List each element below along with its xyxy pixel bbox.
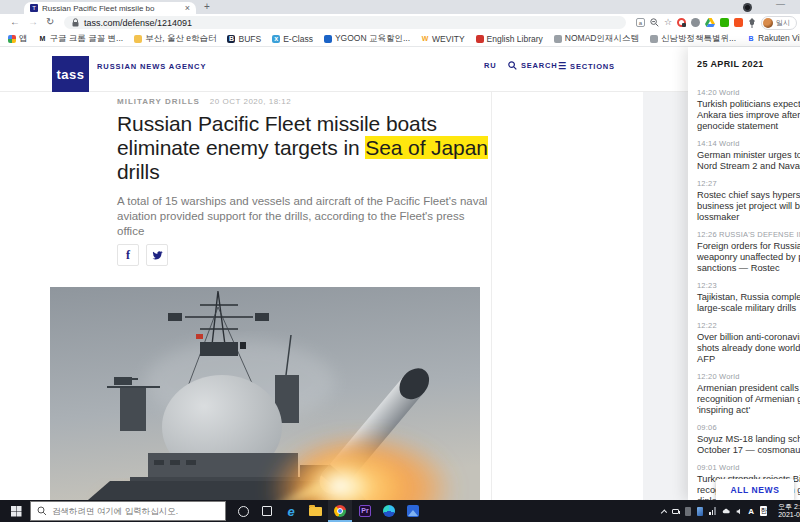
share-buttons: f xyxy=(117,244,168,266)
chrome-icon xyxy=(334,505,346,517)
news-item[interactable]: 12:20 World Armenian president calls Bid… xyxy=(697,372,800,416)
system-tray: A 한 오후 2: 2021-0 xyxy=(662,500,800,522)
browser-tab[interactable]: T Russian Pacific Fleet missile bo × xyxy=(24,2,196,14)
drive-extension-icon[interactable] xyxy=(705,18,715,27)
tab-title: Russian Pacific Fleet missile bo xyxy=(42,4,181,13)
premiere-icon: Pr xyxy=(359,505,371,517)
premiere-pro-button[interactable]: Pr xyxy=(354,500,376,522)
news-item[interactable]: 12:23 Tajikistan, Russia complete joint … xyxy=(697,281,800,314)
start-button[interactable] xyxy=(6,500,26,522)
internet-explorer-button[interactable]: e xyxy=(280,500,302,522)
news-item[interactable]: 12:27 Rostec chief says hypersonic busin… xyxy=(697,179,800,223)
network-icon[interactable] xyxy=(709,507,716,515)
globe-favicon xyxy=(554,35,562,43)
search-icon xyxy=(37,506,47,516)
search-icon xyxy=(508,61,517,70)
avatar xyxy=(763,18,773,28)
taskbar-clock[interactable]: 오후 2: 2021-0 xyxy=(773,503,800,519)
bookmark-favicon: M xyxy=(39,35,47,43)
window-minimize-button[interactable]: — xyxy=(776,0,785,9)
taskbar-search-input[interactable] xyxy=(52,506,219,516)
tass-logo[interactable]: tass xyxy=(52,56,89,92)
sections-button[interactable]: ☰ SECTIONS xyxy=(558,61,615,71)
bookmark-item[interactable]: BBUFS xyxy=(227,34,261,44)
photos-app-button[interactable] xyxy=(402,500,424,522)
bookmark-item[interactable]: WWEVITY xyxy=(421,34,465,44)
new-tab-button[interactable]: + xyxy=(204,1,210,12)
header-search-button[interactable]: SEARCH xyxy=(508,61,557,70)
task-view-icon xyxy=(262,506,272,516)
orange-extension-icon[interactable] xyxy=(734,18,743,27)
taskbar-search-box[interactable] xyxy=(30,501,226,521)
battery-icon[interactable] xyxy=(672,509,679,514)
globe-favicon xyxy=(650,35,658,43)
profile-button[interactable]: 일시 xyxy=(761,16,797,30)
chrome-button[interactable] xyxy=(328,500,352,522)
feed-date-header: 25 APRIL 2021 xyxy=(697,59,800,69)
tab-close-icon[interactable]: × xyxy=(185,3,190,13)
language-toggle[interactable]: RU xyxy=(484,61,496,70)
ime-mode-indicator[interactable]: A xyxy=(748,507,754,516)
hamburger-icon: ☰ xyxy=(558,61,566,71)
adblock-extension-icon[interactable] xyxy=(677,18,686,27)
all-news-button[interactable]: ALL NEWS xyxy=(716,479,794,501)
news-item[interactable]: 12:22 Over billion anti-coronavirus vacc… xyxy=(697,321,800,365)
pinned-extension-icon[interactable] xyxy=(748,18,756,28)
bookmark-item[interactable]: M구글 크롬 글꼴 변... xyxy=(39,33,124,45)
forward-button[interactable]: → xyxy=(28,16,38,27)
news-item[interactable]: 14:14 World German minister urges to dis… xyxy=(697,139,800,172)
bookmark-item[interactable]: NOMAD인재시스템 xyxy=(554,33,639,45)
edge-button[interactable] xyxy=(378,500,400,522)
article-photo xyxy=(50,287,480,500)
bookmark-favicon xyxy=(324,35,332,43)
article-datetime: 20 OCT 2020, 18:12 xyxy=(210,97,291,106)
bookmark-item[interactable]: xE-Class xyxy=(272,34,313,44)
cortana-button[interactable] xyxy=(232,500,254,522)
translate-icon[interactable]: a xyxy=(636,18,645,27)
globe-extension-icon[interactable] xyxy=(691,18,700,27)
bookmark-item[interactable]: 부산, 울산 e학습터 xyxy=(134,33,216,45)
bookmark-item[interactable]: 신남방정책특별위... xyxy=(650,33,736,45)
search-highlight: Sea of Japan xyxy=(365,136,488,159)
record-indicator-icon xyxy=(743,3,752,12)
tray-bluejeans-icon[interactable] xyxy=(697,507,703,516)
hidden-icons-chevron[interactable] xyxy=(661,509,667,515)
onedrive-cloud-icon[interactable] xyxy=(722,507,730,515)
bookmarks-bar: 앱 M구글 크롬 글꼴 변... 부산, 울산 e학습터 BBUFS xE-Cl… xyxy=(0,31,800,47)
tray-app-icon[interactable] xyxy=(685,507,691,516)
tass-favicon: T xyxy=(30,4,38,12)
windows-taskbar: e Pr A 한 오후 2: 2021-0 xyxy=(0,500,800,522)
browser-tab-strip: T Russian Pacific Fleet missile bo × + — xyxy=(0,0,800,14)
address-bar[interactable]: tass.com/defense/1214091 xyxy=(64,16,626,29)
missile-launch-image xyxy=(50,287,480,500)
bookmark-item[interactable]: YGOON 교육할인... xyxy=(324,33,410,45)
bookmark-item[interactable]: BRakuten Viki - 한... xyxy=(747,33,800,45)
news-item[interactable]: 14:20 World Turkish politicians expects … xyxy=(697,88,800,132)
facebook-icon: f xyxy=(126,248,130,263)
agency-label: RUSSIAN NEWS AGENCY xyxy=(97,62,206,71)
back-button[interactable]: ← xyxy=(10,16,20,27)
green-extension-icon[interactable] xyxy=(720,18,729,27)
twitter-share-button[interactable] xyxy=(146,244,168,266)
speaker-icon[interactable] xyxy=(736,507,743,516)
bookmark-favicon: B xyxy=(227,35,235,43)
bookmark-apps[interactable]: 앱 xyxy=(8,33,28,45)
news-item[interactable]: 12:26 RUSSIA'S DEFENSE INDUSTRY Foreign … xyxy=(697,230,800,274)
url-text: tass.com/defense/1214091 xyxy=(84,18,192,28)
news-item[interactable]: 09:06 Soyuz MS-18 landing scheduled for … xyxy=(697,423,800,456)
zoom-out-icon[interactable] xyxy=(650,18,659,27)
bookmark-star-icon[interactable]: ☆ xyxy=(664,18,672,27)
reload-button[interactable]: ↻ xyxy=(46,16,54,27)
task-view-button[interactable] xyxy=(256,500,278,522)
article-lead: A total of 15 warships and vessels and a… xyxy=(117,194,491,239)
site-header: tass RUSSIAN NEWS AGENCY RU SEARCH ☰ SEC… xyxy=(0,47,688,92)
file-explorer-button[interactable] xyxy=(304,500,326,522)
korean-ime-icon[interactable]: 한 xyxy=(760,506,767,516)
bookmark-item[interactable]: English Library xyxy=(476,34,543,44)
folder-icon xyxy=(309,507,322,516)
article-category-link[interactable]: MILITARY DRILLS xyxy=(117,97,200,106)
browser-toolbar: ← → ↻ tass.com/defense/1214091 a ☆ xyxy=(0,14,800,31)
facebook-share-button[interactable]: f xyxy=(117,244,139,266)
bookmark-favicon: x xyxy=(272,35,280,43)
apps-grid-icon xyxy=(8,35,16,43)
